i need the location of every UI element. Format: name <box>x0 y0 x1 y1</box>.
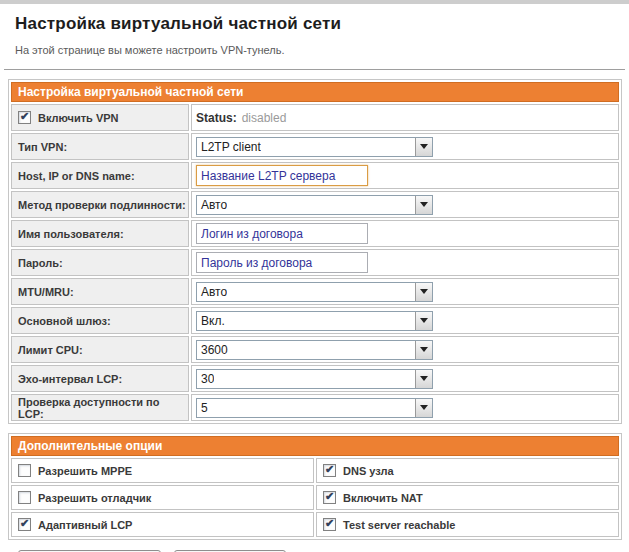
vpn-settings-table: Включить VPN Status: disabled Тип VPN: L… <box>11 104 619 421</box>
option-dns-node: DNS узла <box>316 458 619 483</box>
field-value-lcp-check: 5 <box>191 394 619 421</box>
field-value-vpn-type: L2TP client <box>191 133 619 160</box>
lcp-check-select[interactable]: 5 <box>196 398 433 418</box>
option-test-server: Test server reachable <box>316 512 619 537</box>
select-value: Авто <box>197 285 227 299</box>
field-value-host <box>191 162 619 189</box>
field-label-auth-method: Метод проверки подлинности: <box>11 191 189 218</box>
select-value: 30 <box>197 372 214 386</box>
vpn-settings-header: Настройка виртуальной частной сети <box>11 82 619 102</box>
select-value: 5 <box>197 401 208 415</box>
vpn-type-select[interactable]: L2TP client <box>196 137 433 157</box>
field-value-lcp-echo: 30 <box>191 365 619 392</box>
enable-vpn-checkbox[interactable] <box>18 111 31 124</box>
field-value-cpu-limit: 3600 <box>191 336 619 363</box>
debugger-checkbox[interactable] <box>18 491 31 504</box>
adaptive-lcp-checkbox[interactable] <box>18 518 31 531</box>
field-label-lcp-echo: Эхо-интервал LCP: <box>11 365 189 392</box>
mtu-select[interactable]: Авто <box>196 282 433 302</box>
option-nat: Включить NAT <box>316 485 619 510</box>
field-value-auth-method: Авто <box>191 191 619 218</box>
field-label-host: Host, IP or DNS name: <box>11 162 189 189</box>
option-adaptive-lcp: Адаптивный LCP <box>11 512 314 537</box>
test-server-label: Test server reachable <box>343 519 455 531</box>
page-subtitle: На этой странице вы можете настроить VPN… <box>15 44 629 56</box>
mppe-checkbox[interactable] <box>18 464 31 477</box>
chevron-down-icon[interactable] <box>415 370 432 388</box>
field-label-password: Пароль: <box>11 249 189 276</box>
username-input[interactable] <box>196 223 368 244</box>
chevron-down-icon[interactable] <box>415 283 432 301</box>
host-input[interactable] <box>196 165 368 186</box>
adaptive-lcp-label: Адаптивный LCP <box>38 519 132 531</box>
enable-vpn-label: Включить VPN <box>38 112 119 124</box>
status-label: Status: <box>196 111 237 125</box>
chevron-down-icon[interactable] <box>415 312 432 330</box>
divider <box>4 69 625 70</box>
select-value: L2TP client <box>197 140 261 154</box>
select-value: Авто <box>197 198 227 212</box>
status-cell: Status: disabled <box>191 104 619 131</box>
window-top-edge <box>0 0 629 4</box>
field-value-gateway: Вкл. <box>191 307 619 334</box>
select-value: 3600 <box>197 343 228 357</box>
additional-options-table: Разрешить MPPE DNS узла Разрешить отладч… <box>11 458 619 537</box>
mppe-label: Разрешить MPPE <box>38 465 132 477</box>
additional-options-header: Дополнительные опции <box>11 436 619 456</box>
page-title: Настройка виртуальной частной сети <box>15 14 629 34</box>
chevron-down-icon[interactable] <box>415 138 432 156</box>
option-mppe: Разрешить MPPE <box>11 458 314 483</box>
nat-checkbox[interactable] <box>323 491 336 504</box>
field-label-mtu: MTU/MRU: <box>11 278 189 305</box>
chevron-down-icon[interactable] <box>415 341 432 359</box>
field-value-mtu: Авто <box>191 278 619 305</box>
field-label-vpn-type: Тип VPN: <box>11 133 189 160</box>
vpn-settings-panel: Настройка виртуальной частной сети Включ… <box>8 79 622 424</box>
cpu-limit-select[interactable]: 3600 <box>196 340 433 360</box>
debugger-label: Разрешить отладчик <box>38 492 151 504</box>
field-label-cpu-limit: Лимит CPU: <box>11 336 189 363</box>
lcp-echo-select[interactable]: 30 <box>196 369 433 389</box>
field-label-username: Имя пользователя: <box>11 220 189 247</box>
field-label-lcp-check: Проверка доступности по LCP: <box>11 394 189 421</box>
select-value: Вкл. <box>197 314 225 328</box>
field-value-username <box>191 220 619 247</box>
table-row-enable-vpn: Включить VPN <box>11 104 189 131</box>
additional-options-panel: Дополнительные опции Разрешить MPPE DNS … <box>8 433 622 540</box>
field-value-password <box>191 249 619 276</box>
status-badge: disabled <box>242 111 287 125</box>
chevron-down-icon[interactable] <box>415 196 432 214</box>
dns-node-checkbox[interactable] <box>323 464 336 477</box>
test-server-checkbox[interactable] <box>323 518 336 531</box>
chevron-down-icon[interactable] <box>415 399 432 417</box>
nat-label: Включить NAT <box>343 492 423 504</box>
password-input[interactable] <box>196 252 368 273</box>
option-debugger: Разрешить отладчик <box>11 485 314 510</box>
dns-node-label: DNS узла <box>343 465 394 477</box>
field-label-gateway: Основной шлюз: <box>11 307 189 334</box>
auth-method-select[interactable]: Авто <box>196 195 433 215</box>
gateway-select[interactable]: Вкл. <box>196 311 433 331</box>
